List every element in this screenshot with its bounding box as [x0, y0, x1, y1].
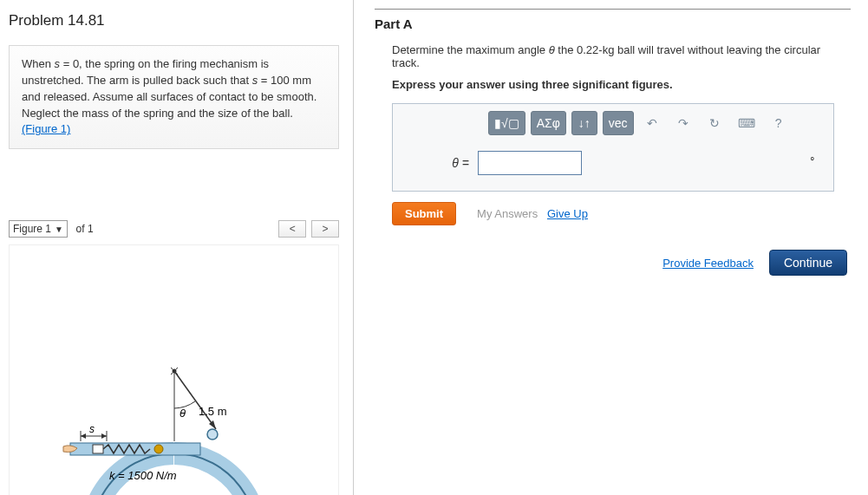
my-answers-label: My Answers [477, 207, 538, 220]
svg-marker-14 [101, 433, 107, 439]
figure-select[interactable]: Figure 1 ▼ [9, 220, 68, 238]
figure-navigator: Figure 1 ▼ of 1 < > [9, 218, 339, 239]
spring-constant-label: k = 1500 N/m [109, 469, 177, 482]
statement-text: When s = 0, the spring on the firing mec… [22, 57, 317, 120]
question-text: Determine the maximum angle θ the 0.22-k… [392, 43, 851, 69]
greek-button[interactable]: ΑΣφ [531, 111, 566, 135]
angle-label: θ [179, 407, 186, 420]
figure-link[interactable]: (Figure 1) [22, 122, 70, 135]
answer-panel: Part A Determine the maximum angle θ the… [354, 0, 868, 495]
give-up-link[interactable]: Give Up [547, 207, 588, 220]
problem-panel: Problem 14.81 When s = 0, the spring on … [0, 0, 354, 495]
svg-point-6 [207, 429, 218, 440]
figure-select-label: Figure 1 [13, 223, 51, 235]
problem-title: Problem 14.81 [9, 9, 339, 29]
svg-point-8 [154, 445, 163, 453]
figure-of-label: of 1 [76, 223, 94, 235]
radius-label: 1.5 m [199, 405, 227, 418]
undo-button[interactable]: ↶ [639, 111, 665, 135]
scripts-button[interactable]: ↓↑ [571, 111, 597, 135]
displacement-label: s [89, 423, 95, 435]
equation-toolbar: ▮√▢ ΑΣφ ↓↑ vec ↶ ↷ ↻ ⌨ ? [393, 104, 833, 142]
reset-button[interactable]: ↻ [702, 111, 728, 135]
help-button[interactable]: ? [766, 111, 792, 135]
answer-input[interactable] [478, 151, 582, 175]
part-header: Part A [375, 9, 851, 31]
answer-block: ▮√▢ ΑΣφ ↓↑ vec ↶ ↷ ↻ ⌨ ? θ = ∘ [392, 103, 834, 192]
answer-lhs: θ = [417, 156, 469, 170]
svg-marker-13 [81, 433, 86, 439]
continue-button[interactable]: Continue [769, 250, 847, 276]
svg-rect-7 [70, 443, 200, 455]
submit-row: Submit My Answers Give Up [392, 202, 851, 225]
answer-unit: ∘ [809, 153, 816, 165]
figure-diagram: 1.5 m θ s k = 1500 N/m [10, 245, 339, 495]
figure-next-button[interactable]: > [311, 220, 339, 238]
instruction-text: Express your answer using three signific… [392, 78, 851, 91]
figure-canvas: 1.5 m θ s k = 1500 N/m [9, 244, 339, 495]
footer-row: Provide Feedback Continue [375, 250, 851, 276]
keyboard-button[interactable]: ⌨ [733, 111, 760, 135]
svg-line-3 [174, 371, 216, 429]
submit-button[interactable]: Submit [392, 202, 456, 225]
figure-prev-button[interactable]: < [278, 220, 306, 238]
svg-rect-9 [93, 445, 103, 453]
vec-button[interactable]: vec [603, 111, 634, 135]
problem-statement: When s = 0, the spring on the firing mec… [9, 45, 339, 149]
redo-button[interactable]: ↷ [670, 111, 696, 135]
templates-button[interactable]: ▮√▢ [488, 111, 525, 135]
provide-feedback-link[interactable]: Provide Feedback [662, 257, 754, 270]
chevron-down-icon: ▼ [55, 225, 63, 234]
